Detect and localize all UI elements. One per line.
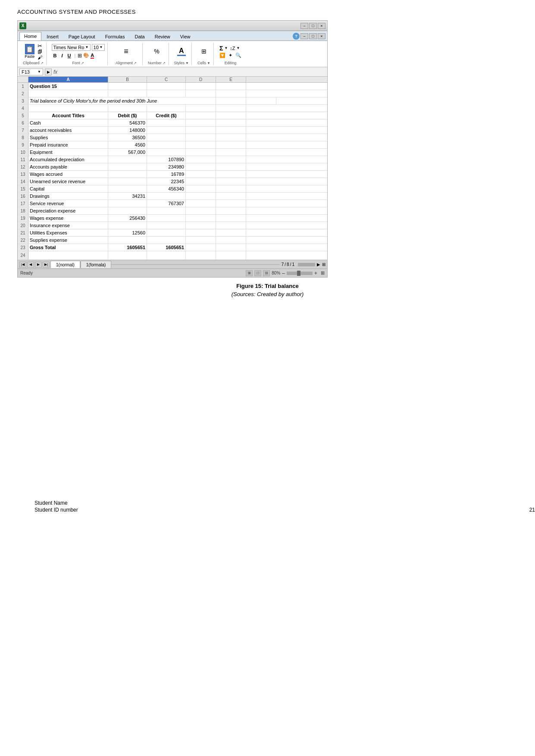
cell-7-b[interactable]: 148000 [108, 127, 147, 134]
cell-1-d[interactable] [186, 83, 216, 90]
formula-expand-button[interactable]: ▶ [45, 69, 52, 75]
cell-10-d[interactable] [186, 149, 216, 156]
cell-23-a[interactable]: Gross Total [28, 244, 108, 251]
tab-data[interactable]: Data [130, 32, 149, 41]
cell-11-e[interactable] [216, 156, 246, 163]
cell-6-d[interactable] [186, 119, 216, 126]
cell-9-b[interactable]: 4560 [108, 141, 147, 148]
col-header-b[interactable]: B [108, 77, 147, 82]
tab-page-layout[interactable]: Page Layout [64, 32, 100, 41]
cell-5-a[interactable]: Account Titles [28, 112, 108, 119]
cell-17-d[interactable] [186, 200, 216, 207]
cell-11-d[interactable] [186, 156, 216, 163]
cell-23-b[interactable]: 1605651 [108, 244, 147, 251]
cell-18-d[interactable] [186, 207, 216, 214]
view-break-button[interactable]: ⊟ [263, 270, 270, 276]
cells-expand-icon[interactable]: ▼ [207, 61, 210, 65]
cell-21-b[interactable]: 12560 [108, 229, 147, 236]
cell-6-b[interactable]: 546370 [108, 119, 147, 126]
cell-18-c[interactable] [147, 207, 186, 214]
cell-15-a[interactable]: Capital [28, 185, 108, 192]
alignment-expand-icon[interactable]: ↗ [134, 61, 137, 65]
cell-5-e[interactable] [216, 112, 246, 119]
font-color-button[interactable]: A [90, 52, 94, 59]
sigma-button[interactable]: Σ [219, 45, 223, 52]
zoom-thumb[interactable] [297, 271, 300, 276]
underline-button[interactable]: U [66, 52, 73, 59]
cell-10-b[interactable]: 567,000 [108, 149, 147, 156]
cell-8-a[interactable]: Supplies [28, 134, 108, 141]
cell-13-a[interactable]: Wages accrued [28, 171, 108, 178]
cell-8-c[interactable] [147, 134, 186, 141]
cell-8-e[interactable] [216, 134, 246, 141]
cell-12-c[interactable]: 234980 [147, 163, 186, 170]
cell-14-c[interactable]: 22345 [147, 178, 186, 185]
col-header-e[interactable]: E [216, 77, 246, 82]
cell-17-c[interactable]: 767307 [147, 200, 186, 207]
bold-button[interactable]: B [52, 52, 59, 59]
styles-icon[interactable]: A [177, 47, 186, 56]
tab-insert[interactable]: Insert [42, 32, 63, 41]
cell-22-e[interactable] [216, 237, 246, 244]
cells-icon[interactable]: ⊞ [201, 48, 206, 55]
cell-5-c[interactable]: Credit ($) [147, 112, 186, 119]
clear-button[interactable]: ✦ [228, 53, 232, 58]
cell-18-e[interactable] [216, 207, 246, 214]
cell-4-b[interactable] [108, 105, 147, 112]
cell-12-a[interactable]: Accounts payable [28, 163, 108, 170]
cell-14-e[interactable] [216, 178, 246, 185]
cell-11-b[interactable] [108, 156, 147, 163]
font-size-dropdown[interactable]: 10 ▼ [92, 44, 105, 51]
cell-11-a[interactable]: Accumulated depreciation [28, 156, 108, 163]
find-button[interactable]: 🔍 [235, 53, 241, 58]
cell-12-d[interactable] [186, 163, 216, 170]
cell-13-b[interactable] [108, 171, 147, 178]
cell-8-b[interactable]: 36500 [108, 134, 147, 141]
copy-button[interactable]: 🗐 [38, 50, 42, 54]
view-normal-button[interactable]: ⊞ [246, 270, 253, 276]
italic-button[interactable]: I [59, 52, 64, 59]
cell-7-e[interactable] [216, 127, 246, 134]
cell-3-e[interactable] [246, 97, 276, 104]
col-header-a[interactable]: A [28, 77, 108, 82]
cell-1-b[interactable] [108, 83, 147, 90]
cut-button[interactable]: ✂ [38, 43, 42, 49]
window-restore[interactable]: □ [309, 33, 317, 39]
cell-23-e[interactable] [216, 244, 246, 251]
cell-9-c[interactable] [147, 141, 186, 148]
cell-18-a[interactable]: Depreciation expense [28, 207, 108, 214]
cell-22-d[interactable] [186, 237, 216, 244]
zoom-slider[interactable] [287, 272, 313, 275]
cell-19-e[interactable] [216, 215, 246, 222]
cell-22-c[interactable] [147, 237, 186, 244]
cell-19-b[interactable]: 256430 [108, 215, 147, 222]
tab-review[interactable]: Review [150, 32, 175, 41]
cell-6-e[interactable] [216, 119, 246, 126]
window-close[interactable]: × [318, 33, 325, 39]
paste-button[interactable]: 📋 Paste [24, 43, 35, 59]
clipboard-expand-icon[interactable]: ↗ [41, 61, 44, 65]
cell-4-c[interactable] [147, 105, 186, 112]
border-button[interactable]: ⊞ [77, 52, 82, 59]
cell-20-b[interactable] [108, 222, 147, 229]
cell-24-a[interactable] [28, 251, 108, 259]
cell-22-b[interactable] [108, 237, 147, 244]
cell-ref-chevron[interactable]: ▼ [38, 70, 41, 74]
cell-1-c[interactable] [147, 83, 186, 90]
cell-3-d[interactable] [216, 97, 246, 104]
font-size-chevron[interactable]: ▼ [100, 45, 103, 49]
cell-20-d[interactable] [186, 222, 216, 229]
font-name-dropdown[interactable]: Times New Ro ▼ [52, 44, 91, 51]
sheet-nav-last[interactable]: ▶| [43, 262, 50, 268]
tab-home[interactable]: Home [19, 32, 41, 41]
zoom-minus-icon[interactable]: – [282, 270, 285, 276]
col-header-c[interactable]: C [147, 77, 186, 82]
cell-17-a[interactable]: Service revenue [28, 200, 108, 207]
cell-5-b[interactable]: Debit ($) [108, 112, 147, 119]
close-button[interactable]: × [318, 23, 325, 29]
cell-8-d[interactable] [186, 134, 216, 141]
cell-4-e[interactable] [216, 105, 246, 112]
cell-23-c[interactable]: 1605651 [147, 244, 186, 251]
sigma-dropdown[interactable]: ▼ [224, 46, 228, 50]
cell-11-c[interactable]: 107890 [147, 156, 186, 163]
